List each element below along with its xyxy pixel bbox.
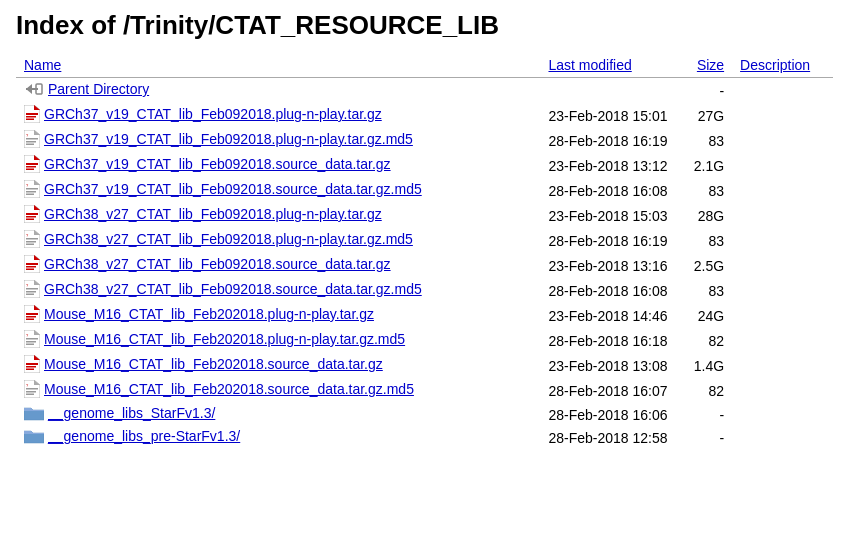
sort-desc-link[interactable]: Description [740, 57, 810, 73]
file-description-cell [732, 328, 833, 353]
file-link[interactable]: GRCh38_v27_CTAT_lib_Feb092018.plug-n-pla… [44, 206, 382, 222]
file-size-cell: 82 [682, 328, 732, 353]
file-modified-cell: 23-Feb-2018 13:16 [540, 253, 681, 278]
svg-rect-18 [26, 169, 34, 171]
tar-icon [24, 255, 40, 276]
svg-rect-28 [26, 216, 36, 218]
col-header-name[interactable]: Name [16, 53, 540, 78]
file-link[interactable]: __genome_libs_StarFv1.3/ [48, 405, 215, 421]
file-description-cell [732, 228, 833, 253]
file-modified-cell: 23-Feb-2018 15:01 [540, 103, 681, 128]
col-header-description[interactable]: Description [732, 53, 833, 78]
svg-rect-23 [26, 194, 34, 196]
svg-rect-51 [26, 319, 34, 321]
md5-icon: ? [24, 330, 40, 351]
table-row: ? GRCh37_v19_CTAT_lib_Feb092018.plug-n-p… [16, 128, 833, 153]
file-description-cell [732, 253, 833, 278]
file-size-cell: 27G [682, 103, 732, 128]
svg-rect-11 [26, 141, 36, 143]
folder-icon [24, 405, 44, 424]
file-description-cell [732, 103, 833, 128]
svg-rect-60 [26, 363, 38, 365]
parent-icon [24, 80, 44, 101]
file-link[interactable]: GRCh38_v27_CTAT_lib_Feb092018.plug-n-pla… [44, 231, 413, 247]
md5-icon: ? [24, 230, 40, 251]
parent-directory-link[interactable]: Parent Directory [48, 81, 149, 97]
file-size-cell: - [682, 78, 732, 104]
col-header-modified[interactable]: Last modified [540, 53, 681, 78]
table-row: ? GRCh38_v27_CTAT_lib_Feb092018.plug-n-p… [16, 228, 833, 253]
file-name-cell: ? GRCh38_v27_CTAT_lib_Feb092018.plug-n-p… [16, 228, 540, 253]
file-link[interactable]: Mouse_M16_CTAT_lib_Feb202018.plug-n-play… [44, 331, 405, 347]
sort-name-link[interactable]: Name [24, 57, 61, 73]
svg-rect-40 [26, 269, 34, 271]
file-name-cell: __genome_libs_StarFv1.3/ [16, 403, 540, 426]
file-name-cell: GRCh38_v27_CTAT_lib_Feb092018.plug-n-pla… [16, 203, 540, 228]
file-modified-cell: 28-Feb-2018 16:19 [540, 128, 681, 153]
folder-icon [24, 428, 44, 447]
table-row: ? Mouse_M16_CTAT_lib_Feb202018.plug-n-pl… [16, 328, 833, 353]
svg-rect-61 [26, 366, 36, 368]
file-size-cell: 2.5G [682, 253, 732, 278]
file-name-cell: ? Mouse_M16_CTAT_lib_Feb202018.plug-n-pl… [16, 328, 540, 353]
tar-icon [24, 355, 40, 376]
sort-modified-link[interactable]: Last modified [548, 57, 631, 73]
file-description-cell [732, 78, 833, 104]
svg-rect-16 [26, 163, 38, 165]
table-row: ? Mouse_M16_CTAT_lib_Feb202018.source_da… [16, 378, 833, 403]
svg-rect-7 [26, 119, 34, 121]
file-name-cell: ? Mouse_M16_CTAT_lib_Feb202018.source_da… [16, 378, 540, 403]
file-description-cell [732, 153, 833, 178]
md5-icon: ? [24, 380, 40, 401]
file-description-cell [732, 128, 833, 153]
file-name-cell: ? GRCh37_v19_CTAT_lib_Feb092018.plug-n-p… [16, 128, 540, 153]
file-modified-cell: 28-Feb-2018 12:58 [540, 426, 681, 449]
file-link[interactable]: GRCh37_v19_CTAT_lib_Feb092018.source_dat… [44, 156, 391, 172]
file-name-cell: __genome_libs_pre-StarFv1.3/ [16, 426, 540, 449]
file-link[interactable]: __genome_libs_pre-StarFv1.3/ [48, 428, 240, 444]
file-description-cell [732, 278, 833, 303]
col-header-size[interactable]: Size [682, 53, 732, 78]
file-size-cell: 24G [682, 303, 732, 328]
md5-icon: ? [24, 280, 40, 301]
file-link[interactable]: Mouse_M16_CTAT_lib_Feb202018.source_data… [44, 356, 383, 372]
svg-rect-6 [26, 116, 36, 118]
file-modified-cell: 23-Feb-2018 15:03 [540, 203, 681, 228]
table-row: GRCh38_v27_CTAT_lib_Feb092018.plug-n-pla… [16, 203, 833, 228]
table-row: __genome_libs_StarFv1.3/28-Feb-2018 16:0… [16, 403, 833, 426]
file-link[interactable]: GRCh37_v19_CTAT_lib_Feb092018.plug-n-pla… [44, 131, 413, 147]
file-modified-cell: 23-Feb-2018 14:46 [540, 303, 681, 328]
svg-rect-32 [26, 238, 38, 240]
file-size-cell: 83 [682, 128, 732, 153]
file-link[interactable]: GRCh38_v27_CTAT_lib_Feb092018.source_dat… [44, 256, 391, 272]
svg-rect-29 [26, 219, 34, 221]
table-header-row: Name Last modified Size Description [16, 53, 833, 78]
svg-rect-12 [26, 144, 34, 146]
page-title: Index of /Trinity/CTAT_RESOURCE_LIB [16, 10, 833, 41]
file-name-cell: Mouse_M16_CTAT_lib_Feb202018.source_data… [16, 353, 540, 378]
file-link[interactable]: GRCh37_v19_CTAT_lib_Feb092018.plug-n-pla… [44, 106, 382, 122]
table-row: GRCh38_v27_CTAT_lib_Feb092018.source_dat… [16, 253, 833, 278]
file-link[interactable]: GRCh38_v27_CTAT_lib_Feb092018.source_dat… [44, 281, 422, 297]
file-description-cell [732, 178, 833, 203]
file-description-cell [732, 403, 833, 426]
file-description-cell [732, 353, 833, 378]
svg-rect-34 [26, 244, 34, 246]
file-link[interactable]: Mouse_M16_CTAT_lib_Feb202018.source_data… [44, 381, 414, 397]
file-link[interactable]: Mouse_M16_CTAT_lib_Feb202018.plug-n-play… [44, 306, 374, 322]
file-link[interactable]: GRCh37_v19_CTAT_lib_Feb092018.source_dat… [44, 181, 422, 197]
file-description-cell [732, 426, 833, 449]
table-row: Parent Directory- [16, 78, 833, 104]
file-size-cell: 2.1G [682, 153, 732, 178]
sort-size-link[interactable]: Size [697, 57, 724, 73]
file-modified-cell [540, 78, 681, 104]
file-size-cell: 83 [682, 228, 732, 253]
table-row: GRCh37_v19_CTAT_lib_Feb092018.plug-n-pla… [16, 103, 833, 128]
md5-icon: ? [24, 180, 40, 201]
svg-rect-50 [26, 316, 36, 318]
svg-rect-17 [26, 166, 36, 168]
file-modified-cell: 28-Feb-2018 16:06 [540, 403, 681, 426]
file-modified-cell: 28-Feb-2018 16:08 [540, 278, 681, 303]
svg-rect-5 [26, 113, 38, 115]
svg-rect-21 [26, 188, 38, 190]
